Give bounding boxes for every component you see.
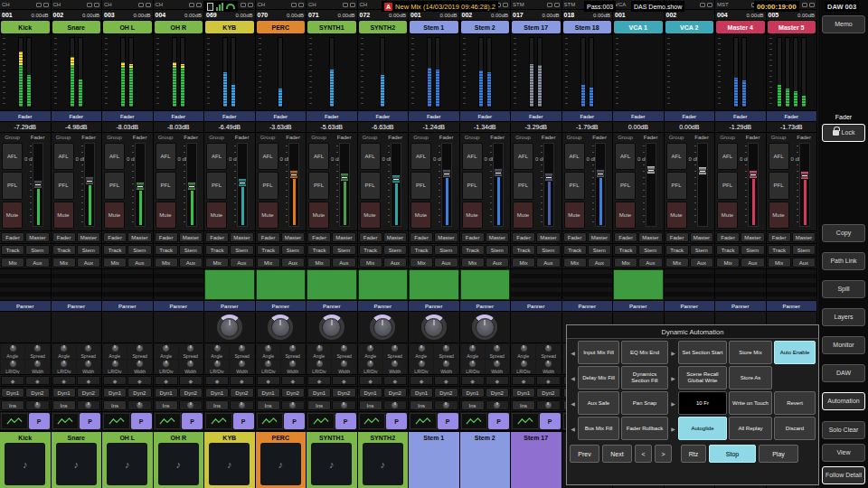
fader[interactable]: [799, 143, 810, 227]
aux-button[interactable]: Aux: [486, 258, 509, 267]
fader-lock-button[interactable]: Lock: [822, 124, 865, 142]
width-knob[interactable]: [442, 360, 450, 368]
spread-knob[interactable]: [442, 344, 450, 352]
sidebar-view-button[interactable]: View: [822, 444, 865, 462]
afl-button[interactable]: AFL: [156, 143, 176, 170]
channel-name-button[interactable]: VCA 1: [614, 21, 663, 33]
width-knob[interactable]: [186, 360, 194, 368]
stem-button[interactable]: Stem: [741, 245, 764, 255]
aux-button[interactable]: Aux: [434, 258, 458, 267]
fader[interactable]: [84, 143, 95, 227]
afl-button[interactable]: AFL: [513, 143, 533, 170]
spread-knob[interactable]: [544, 344, 552, 352]
channel-name-button[interactable]: OH R: [155, 21, 203, 33]
sidebar-path-link-button[interactable]: Path Link: [822, 252, 865, 270]
channel-name-button[interactable]: Stem 1: [410, 21, 458, 33]
fader-mode-button[interactable]: Fader: [205, 232, 229, 242]
panner-knob[interactable]: [319, 314, 344, 340]
track-button[interactable]: Track: [768, 245, 791, 255]
dyn2-button[interactable]: Dyn2: [179, 388, 203, 398]
aux-button[interactable]: Aux: [230, 258, 253, 267]
stem-button[interactable]: Stem: [434, 245, 458, 255]
eq-button[interactable]: [359, 413, 386, 429]
aux-button[interactable]: Aux: [690, 258, 713, 267]
afl-button[interactable]: AFL: [410, 143, 431, 170]
track-button[interactable]: Track: [410, 245, 433, 255]
master-mode-button[interactable]: Master: [332, 232, 355, 242]
lrdiv-knob[interactable]: [264, 360, 272, 368]
afl-button[interactable]: AFL: [462, 143, 483, 170]
eq-button[interactable]: [1, 413, 28, 429]
track-button[interactable]: Track: [563, 245, 587, 255]
channel-footer[interactable]: Stem 2 ♪: [460, 432, 511, 488]
eq-button[interactable]: [52, 413, 80, 429]
headphones-icon[interactable]: [226, 4, 235, 9]
memo-button[interactable]: Memo: [822, 15, 865, 33]
mix-button[interactable]: Mix: [257, 258, 280, 267]
aux-button[interactable]: Aux: [25, 258, 49, 267]
aux-button[interactable]: Aux: [638, 258, 662, 267]
width-knob[interactable]: [33, 360, 42, 368]
pfl-button[interactable]: PFL: [308, 172, 329, 199]
pfl-button[interactable]: PFL: [462, 172, 483, 199]
pan-button[interactable]: P: [182, 413, 203, 429]
dyn1-button[interactable]: Dyn1: [155, 388, 178, 398]
angle-knob[interactable]: [9, 344, 17, 352]
channel-name-button[interactable]: SYNTH2: [359, 21, 408, 33]
fader[interactable]: [595, 143, 606, 227]
mute-button[interactable]: Mute: [360, 202, 381, 229]
pfl-button[interactable]: PFL: [206, 172, 227, 199]
lrdiv-knob[interactable]: [213, 360, 222, 368]
pfl-button[interactable]: PFL: [615, 172, 636, 199]
mix-button[interactable]: Mix: [563, 258, 587, 267]
transport-step-back-button[interactable]: <: [635, 445, 652, 463]
stem-button[interactable]: Stem: [486, 245, 509, 255]
fader-mode-button[interactable]: Fader: [257, 232, 280, 242]
aux-button[interactable]: Aux: [77, 258, 100, 267]
panel-input-mix-fill-button[interactable]: Input Mix Fill: [578, 341, 619, 364]
fader-cap[interactable]: [136, 182, 145, 191]
lrdiv-knob[interactable]: [316, 360, 324, 368]
pan-button[interactable]: P: [233, 413, 254, 429]
angle-knob[interactable]: [316, 344, 324, 352]
channel-name-button[interactable]: KYB: [205, 21, 254, 33]
mix-button[interactable]: Mix: [665, 258, 689, 267]
eq-button[interactable]: [307, 413, 335, 429]
stem-button[interactable]: Stem: [127, 245, 151, 255]
stem-button[interactable]: Stem: [230, 245, 253, 255]
track-button[interactable]: Track: [1, 245, 24, 255]
track-button[interactable]: Track: [307, 245, 331, 255]
angle-knob[interactable]: [418, 344, 426, 352]
lrdiv-knob[interactable]: [418, 360, 426, 368]
panner-knob[interactable]: [268, 314, 293, 340]
panel-discard-button[interactable]: Discard: [774, 417, 816, 440]
panel-aux-safe-button[interactable]: Aux Safe: [578, 391, 619, 415]
panel-write-on-touch-button[interactable]: Write on Touch: [729, 391, 772, 415]
spread-knob[interactable]: [288, 344, 297, 352]
fader-mode-button[interactable]: Fader: [665, 232, 689, 242]
master-mode-button[interactable]: Master: [792, 232, 816, 242]
aux-button[interactable]: Aux: [332, 258, 355, 267]
fader-cap[interactable]: [698, 166, 707, 175]
dyn1-button[interactable]: Dyn1: [512, 388, 535, 398]
channel-footer[interactable]: OH R ♪: [154, 432, 204, 488]
panel-autoglide-button[interactable]: Autoglide: [678, 417, 727, 440]
fader-mode-button[interactable]: Fader: [410, 232, 433, 242]
mix-button[interactable]: Mix: [103, 258, 127, 267]
panel-pan-snap-button[interactable]: Pan Snap: [621, 391, 668, 415]
fader-mode-button[interactable]: Fader: [359, 232, 382, 242]
fader-cap[interactable]: [392, 174, 401, 183]
insert-button[interactable]: Ins: [410, 400, 433, 410]
dyn1-button[interactable]: Dyn1: [257, 388, 280, 398]
mute-button[interactable]: Mute: [308, 202, 329, 229]
afl-button[interactable]: AFL: [104, 143, 125, 170]
fader[interactable]: [697, 143, 708, 227]
dyn2-button[interactable]: Dyn2: [25, 388, 49, 398]
fader[interactable]: [186, 143, 197, 227]
stem-button[interactable]: Stem: [638, 245, 662, 255]
afl-button[interactable]: AFL: [564, 143, 585, 170]
spread-knob[interactable]: [238, 344, 246, 352]
fader-cap[interactable]: [238, 178, 247, 187]
lrdiv-knob[interactable]: [468, 360, 476, 368]
master-mode-button[interactable]: Master: [638, 232, 662, 242]
